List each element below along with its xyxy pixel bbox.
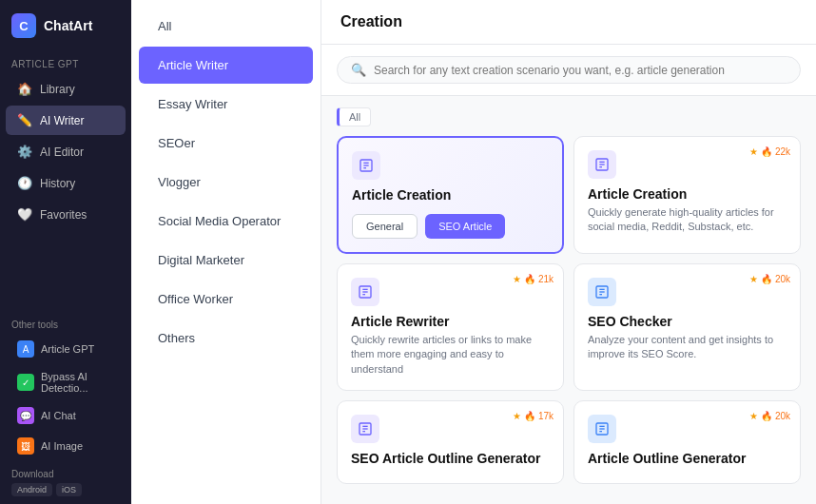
tool-article-gpt-label: Article GPT	[41, 343, 94, 355]
stat-count-article-outline: 20k	[775, 411, 790, 421]
android-badge[interactable]: Android	[11, 483, 52, 496]
category-all[interactable]: All	[139, 8, 313, 45]
featured-card-title: Article Creation	[352, 187, 549, 203]
sidebar-item-library[interactable]: 🏠 Library	[6, 74, 126, 104]
category-panel: All Article Writer Essay Writer SEOer Vl…	[131, 0, 321, 504]
tool-bypass-ai-label: Bypass AI Detectio...	[41, 371, 114, 394]
card-icon-featured	[352, 151, 380, 180]
ios-badge[interactable]: iOS	[56, 483, 82, 496]
sidebar-item-library-label: Library	[40, 83, 75, 96]
sidebar-item-ai-writer[interactable]: ✏️ AI Writer	[6, 106, 126, 135]
card-article-creation-featured[interactable]: Article Creation General SEO Article	[337, 136, 564, 254]
search-icon: 🔍	[351, 63, 366, 77]
seo-checker-title: SEO Checker	[588, 314, 787, 329]
category-social-media[interactable]: Social Media Operator	[139, 203, 313, 240]
favorites-icon: 🤍	[17, 207, 32, 222]
sidebar-item-favorites-label: Favorites	[40, 208, 87, 222]
star-icon-5: ★	[749, 411, 758, 421]
bypass-ai-icon: ✓	[17, 374, 34, 391]
stat-count-seo: 20k	[775, 274, 790, 284]
fire-icon-3: 🔥	[761, 274, 772, 284]
cards-grid: Article Creation General SEO Article ★ 🔥…	[337, 136, 801, 484]
ai-chat-icon: 💬	[17, 407, 34, 424]
category-essay-writer[interactable]: Essay Writer	[139, 86, 313, 123]
star-icon-4: ★	[513, 411, 521, 421]
star-icon-3: ★	[749, 274, 758, 284]
article-creation-desc: Quickly generate high-quality articles f…	[588, 205, 787, 235]
category-vlogger[interactable]: Vlogger	[139, 164, 313, 201]
card-icon-article-outline	[588, 415, 616, 443]
article-gpt-icon: A	[17, 340, 34, 358]
card-icon-article	[588, 150, 616, 179]
tool-ai-chat-label: AI Chat	[41, 410, 76, 421]
download-label: Download	[11, 469, 120, 479]
card-icon-seo-outline	[351, 415, 379, 443]
category-seoer[interactable]: SEOer	[139, 125, 313, 162]
card-article-creation[interactable]: ★ 🔥 22k Article Creation Quickly generat…	[573, 136, 801, 254]
fire-icon: 🔥	[761, 146, 772, 157]
fire-icon-5: 🔥	[761, 411, 772, 421]
stat-count-seo-outline: 17k	[538, 411, 554, 421]
rewriter-desc: Quickly rewrite articles or links to mak…	[351, 333, 550, 377]
section-tag: All	[337, 107, 371, 126]
article-gpt-label: Article GPT	[0, 51, 131, 73]
app-name: ChatArt	[44, 18, 92, 33]
rewriter-title: Article Rewriter	[351, 314, 550, 329]
card-seo-outline[interactable]: ★ 🔥 17k SEO Article Outline Generator	[337, 400, 564, 484]
page-title: Creation	[321, 0, 816, 45]
content-area: All Article Creation General SEO Article…	[321, 96, 816, 504]
tool-bypass-ai[interactable]: ✓ Bypass AI Detectio...	[6, 365, 126, 399]
star-icon-2: ★	[513, 274, 521, 284]
sidebar-item-ai-editor[interactable]: ⚙️ AI Editor	[6, 137, 126, 166]
search-input[interactable]	[374, 64, 787, 77]
search-bar: 🔍	[321, 45, 816, 96]
sidebar-item-favorites[interactable]: 🤍 Favorites	[6, 200, 126, 229]
library-icon: 🏠	[17, 82, 32, 96]
history-icon: 🕐	[17, 176, 32, 190]
other-tools-label: Other tools	[0, 314, 131, 334]
card-stats-article-outline: ★ 🔥 20k	[749, 411, 790, 421]
tool-ai-chat[interactable]: 💬 AI Chat	[6, 401, 126, 430]
card-article-outline[interactable]: ★ 🔥 20k Article Outline Generator	[573, 400, 801, 484]
tool-article-gpt[interactable]: A Article GPT	[6, 335, 126, 363]
sidebar-item-ai-editor-label: AI Editor	[40, 145, 84, 159]
fire-icon-4: 🔥	[524, 411, 535, 421]
logo-icon: C	[11, 13, 36, 38]
sidebar-item-history[interactable]: 🕐 History	[6, 168, 126, 198]
card-icon-seo	[588, 278, 616, 306]
stat-count-rewriter: 21k	[538, 274, 554, 284]
search-input-wrap[interactable]: 🔍	[337, 56, 801, 84]
card-stats-article: ★ 🔥 22k	[749, 146, 790, 157]
sidebar-item-ai-writer-label: AI Writer	[40, 114, 84, 127]
card-stats-seo-outline: ★ 🔥 17k	[513, 411, 554, 421]
tool-ai-image[interactable]: 🖼 AI Image	[6, 432, 126, 460]
sidebar-item-history-label: History	[40, 177, 75, 190]
seo-checker-desc: Analyze your content and get insights to…	[588, 333, 787, 362]
ai-image-icon: 🖼	[17, 437, 34, 455]
card-seo-checker[interactable]: ★ 🔥 20k SEO Checker Analyze your content…	[573, 263, 801, 391]
card-stats-seo: ★ 🔥 20k	[749, 274, 790, 284]
fire-icon-2: 🔥	[524, 274, 535, 284]
category-office-worker[interactable]: Office Worker	[139, 281, 313, 318]
app-logo: C ChatArt	[0, 0, 131, 51]
download-badges: Android iOS	[11, 483, 120, 496]
article-creation-title: Article Creation	[588, 186, 787, 202]
card-buttons: General SEO Article	[352, 214, 549, 239]
seo-article-button[interactable]: SEO Article	[425, 214, 505, 239]
seo-outline-title: SEO Article Outline Generator	[351, 451, 550, 466]
tool-ai-image-label: AI Image	[41, 440, 83, 452]
general-button[interactable]: General	[352, 214, 418, 239]
star-icon: ★	[749, 146, 758, 157]
stat-count-article: 22k	[775, 146, 790, 157]
ai-editor-icon: ⚙️	[17, 145, 32, 159]
card-stats-rewriter: ★ 🔥 21k	[513, 274, 554, 284]
sidebar: C ChatArt Article GPT 🏠 Library ✏️ AI Wr…	[0, 0, 131, 504]
category-article-writer[interactable]: Article Writer	[139, 47, 313, 84]
category-digital-marketer[interactable]: Digital Marketer	[139, 242, 313, 279]
card-article-rewriter[interactable]: ★ 🔥 21k Article Rewriter Quickly rewrite…	[337, 263, 564, 391]
ai-writer-icon: ✏️	[17, 113, 32, 127]
category-others[interactable]: Others	[139, 320, 313, 357]
card-icon-rewriter	[351, 278, 379, 306]
download-section: Download Android iOS	[0, 461, 131, 504]
article-outline-title: Article Outline Generator	[588, 451, 787, 466]
